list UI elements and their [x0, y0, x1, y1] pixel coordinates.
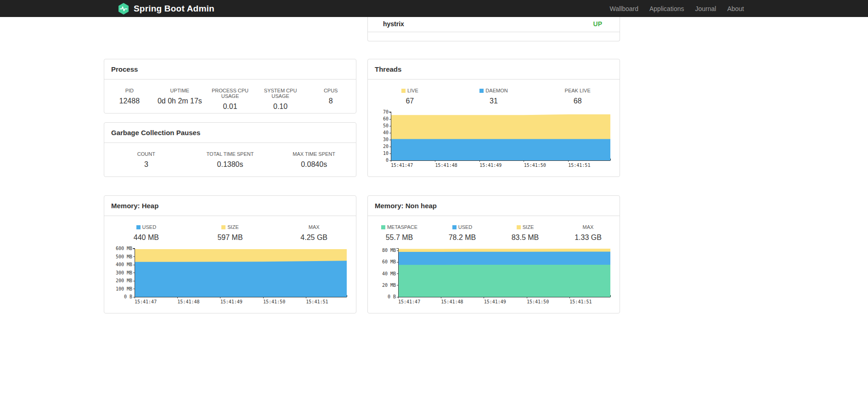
stat-heap-max-value: 4.25 GB [272, 233, 356, 242]
stat-nonheap-metaspace-label: METASPACE [368, 224, 431, 230]
stat-gc-max-time: MAX TIME SPENT 0.0840s [272, 151, 356, 169]
svg-text:15:41:47: 15:41:47 [135, 299, 157, 304]
svg-text:80 MB: 80 MB [382, 248, 396, 253]
stat-heap-max-label: MAX [272, 224, 356, 230]
svg-text:0: 0 [386, 158, 389, 163]
svg-text:70: 70 [383, 109, 389, 114]
stat-threads-live-label: LIVE [368, 88, 452, 93]
stat-heap-size-value: 597 MB [188, 233, 272, 242]
svg-text:15:41:51: 15:41:51 [306, 299, 328, 304]
stat-label-text: DAEMON [485, 88, 507, 93]
memory-heap-stats: USED 440 MB SIZE 597 MB MAX 4.25 GB [104, 216, 356, 245]
svg-text:400 MB: 400 MB [116, 262, 132, 267]
stat-nonheap-max-value: 1.33 GB [557, 233, 620, 242]
stat-label-text: SIZE [523, 224, 534, 230]
stat-cpus-value: 8 [305, 97, 356, 105]
stat-heap-used: USED 440 MB [104, 224, 188, 242]
svg-text:15:41:47: 15:41:47 [391, 163, 413, 168]
stat-label-text: METASPACE [387, 224, 417, 230]
stat-gc-count: COUNT 3 [104, 151, 188, 169]
svg-text:15:41:51: 15:41:51 [568, 163, 590, 168]
nav-about[interactable]: About [721, 5, 750, 12]
live-legend-swatch-icon [401, 89, 406, 93]
stat-nonheap-used-value: 78.2 MB [431, 233, 494, 242]
nav-journal[interactable]: Journal [689, 5, 721, 12]
stat-label-text: SIZE [227, 224, 238, 230]
svg-text:500 MB: 500 MB [116, 254, 132, 259]
stat-heap-size-label: SIZE [188, 224, 272, 230]
stat-uptime-label: UPTIME [155, 88, 205, 93]
stat-gc-total-time: TOTAL TIME SPENT 0.1380s [188, 151, 272, 169]
svg-text:15:41:50: 15:41:50 [524, 163, 546, 168]
svg-text:15:41:51: 15:41:51 [569, 299, 592, 304]
application-status-badge: UP [593, 20, 602, 28]
garbage-collection-panel: Garbage Collection Pauses COUNT 3 TOTAL … [104, 122, 356, 177]
garbage-collection-panel-title: Garbage Collection Pauses [104, 123, 356, 143]
metaspace-legend-swatch-icon [381, 225, 385, 229]
svg-text:15:41:48: 15:41:48 [177, 299, 199, 304]
stat-nonheap-max: MAX 1.33 GB [557, 224, 620, 242]
stat-threads-live: LIVE 67 [368, 88, 452, 105]
stat-label-text: LIVE [407, 88, 418, 93]
stat-process-cpu-usage-value: 0.01 [205, 102, 255, 111]
svg-text:200 MB: 200 MB [116, 278, 132, 283]
stat-threads-live-value: 67 [368, 97, 452, 105]
stat-gc-count-label: COUNT [104, 151, 188, 157]
stat-system-cpu-usage-value: 0.10 [255, 102, 306, 111]
svg-text:60 MB: 60 MB [382, 259, 396, 264]
stat-gc-total-time-label: TOTAL TIME SPENT [188, 151, 272, 157]
svg-text:100 MB: 100 MB [116, 286, 132, 291]
svg-text:15:41:48: 15:41:48 [435, 163, 457, 168]
svg-text:15:41:50: 15:41:50 [263, 299, 285, 304]
daemon-legend-swatch-icon [479, 89, 484, 93]
size-legend-swatch-icon [517, 225, 521, 229]
stat-nonheap-size-label: SIZE [494, 224, 557, 230]
memory-heap-panel-title: Memory: Heap [104, 196, 356, 216]
stat-process-cpu-usage: PROCESS CPU USAGE 0.01 [205, 88, 255, 111]
svg-text:15:41:49: 15:41:49 [484, 299, 506, 304]
application-status-panel: hystrix UP [367, 17, 620, 41]
stat-nonheap-metaspace: METASPACE 55.7 MB [368, 224, 431, 242]
brand-title: Spring Boot Admin [134, 4, 214, 14]
svg-text:15:41:49: 15:41:49 [479, 163, 502, 168]
stat-label-text: USED [142, 224, 157, 230]
svg-text:15:41:47: 15:41:47 [398, 299, 420, 304]
stat-nonheap-used-label: USED [431, 224, 494, 230]
stat-heap-used-value: 440 MB [104, 233, 188, 242]
stat-gc-max-time-label: MAX TIME SPENT [272, 151, 356, 157]
size-legend-swatch-icon [221, 225, 225, 229]
stat-threads-daemon-value: 31 [452, 97, 536, 105]
stat-system-cpu-usage: SYSTEM CPU USAGE 0.10 [255, 88, 306, 111]
stat-threads-peak-live-label: PEAK LIVE [535, 88, 620, 93]
memory-heap-panel: Memory: Heap USED 440 MB SIZE 597 MB MAX… [104, 195, 356, 313]
stat-heap-size: SIZE 597 MB [188, 224, 272, 242]
stat-threads-daemon-label: DAEMON [452, 88, 536, 93]
brand[interactable]: Spring Boot Admin [118, 3, 214, 15]
stat-gc-total-time-value: 0.1380s [188, 160, 272, 169]
nav-wallboard[interactable]: Wallboard [604, 5, 644, 12]
spring-boot-admin-logo-icon [118, 3, 130, 15]
garbage-collection-stats: COUNT 3 TOTAL TIME SPENT 0.1380s MAX TIM… [104, 143, 356, 172]
used-legend-swatch-icon [136, 225, 141, 229]
memory-nonheap-panel: Memory: Non heap METASPACE 55.7 MB USED … [367, 195, 620, 313]
svg-text:0 B: 0 B [388, 294, 396, 299]
threads-panel-title: Threads [368, 59, 620, 80]
stat-gc-count-value: 3 [104, 160, 188, 169]
stat-pid: PID 12488 [104, 88, 155, 111]
memory-nonheap-panel-title: Memory: Non heap [368, 196, 620, 216]
application-name[interactable]: hystrix [383, 20, 404, 28]
svg-text:600 MB: 600 MB [116, 246, 132, 251]
svg-text:20 MB: 20 MB [382, 283, 396, 288]
navbar-links: Wallboard Applications Journal About [604, 0, 750, 17]
stat-nonheap-size: SIZE 83.5 MB [494, 224, 557, 242]
stat-pid-value: 12488 [104, 97, 155, 105]
stat-nonheap-max-label: MAX [557, 224, 620, 230]
svg-text:20: 20 [383, 144, 389, 149]
process-panel-title: Process [104, 59, 356, 80]
nav-applications[interactable]: Applications [644, 5, 690, 12]
stat-threads-peak-live-value: 68 [535, 97, 620, 105]
application-row[interactable]: hystrix UP [368, 17, 620, 32]
stat-gc-max-time-value: 0.0840s [272, 160, 356, 169]
stat-uptime-value: 0d 0h 2m 17s [155, 97, 205, 105]
svg-text:15:41:50: 15:41:50 [527, 299, 549, 304]
